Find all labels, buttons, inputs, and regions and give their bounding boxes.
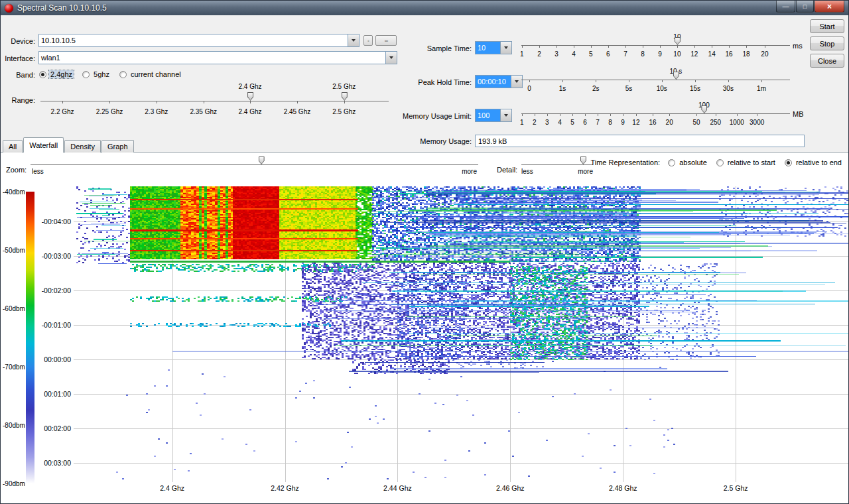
close-window-button[interactable]: × [815,1,844,13]
radio-relative-to-end[interactable]: relative to end [785,158,843,166]
ruler-tick [560,113,560,116]
dots-icon: ▫▫▫ [385,38,387,43]
ruler-tick [539,45,540,48]
ruler-tick-label: 2.2 Ghz [51,108,74,115]
memory-limit-label: Memory Usage Limit: [336,112,472,120]
sample-time-combobox[interactable]: 10 [475,41,512,54]
radio-label: absolute [678,158,708,166]
ruler-tick [677,45,678,48]
zoom-slider[interactable]: less more [31,157,478,179]
ruler-tick [765,45,765,48]
title-bar[interactable]: Spectral Scan 10.10.10.5 — □ × [1,1,848,15]
memory-limit-combobox[interactable]: 100 [475,109,512,122]
ruler-tick-label: 6 [606,50,610,58]
ruler-tick-label: 2.35 Ghz [190,108,217,115]
ruler-tick-label: 3 [555,50,558,58]
ruler-line [521,45,790,46]
maximize-button[interactable]: □ [796,1,814,13]
ruler-tick-label: 1 [520,50,524,58]
range-label: Range: [1,96,35,104]
dbm-axis-label: -90dbm [3,480,25,487]
waterfall-tab-panel: Zoom: less more Detail: less more Time R… [1,152,848,504]
radio-dot-icon [82,71,90,78]
ruler-tick [522,113,523,116]
freq-axis-label: 2.5 Ghz [724,484,748,492]
tab-density[interactable]: Density [64,140,101,153]
ruler-tick-label: 1s [559,85,566,92]
spectral-scan-window: Spectral Scan 10.10.10.5 — □ × Device: 1… [0,0,849,504]
time-axis-label: 00:03:00 [30,459,71,467]
ruler-tick [556,45,557,48]
ruler-tick-label: 50 [692,119,700,126]
slider-handle[interactable] [675,37,681,45]
zoom-label: Zoom: [6,166,27,174]
radio-relative-to-start[interactable]: relative to start [716,158,777,166]
time-axis-label: -00:04:00 [30,218,71,225]
ruler-tick [696,113,697,116]
slider-handle[interactable] [701,105,707,113]
slider-handle[interactable] [580,157,586,164]
zoom-more-label: more [462,168,477,175]
ruler-tick [643,45,643,48]
stop-button[interactable]: Stop [810,36,844,50]
radio-current-channel[interactable]: current channel [119,70,182,78]
range-slider-handle[interactable] [342,92,348,101]
close-button[interactable]: Close [810,54,844,68]
ruler-tick [610,113,611,116]
memory-limit-unit: MB [793,110,804,118]
ruler-tick-label: 30s [723,85,734,92]
slider-handle[interactable] [259,157,265,164]
dbm-axis-label: -40dbm [3,188,25,196]
ruler-tick [669,113,670,116]
memory-limit-value[interactable]: 100 [476,109,500,121]
detail-slider[interactable]: less more [521,157,593,179]
interface-value[interactable]: wlan1 [39,52,385,64]
peak-hold-dropdown-button[interactable] [511,76,522,88]
ruler-tick [596,80,596,82]
ruler-line [40,101,389,101]
peak-hold-ruler[interactable]: 01s2s5s10s15s30s1m10 s [521,68,790,94]
peak-hold-combobox[interactable]: 00:00:10 [475,75,523,88]
tab-waterfall[interactable]: Waterfall [23,137,64,153]
ruler-tick-label: 3000 [750,119,764,126]
window-title: Spectral Scan 10.10.10.5 [17,3,107,13]
ruler-tick-label: 0 [527,85,531,92]
memory-limit-dropdown-button[interactable] [500,109,511,121]
device-combobox[interactable]: 10.10.10.5 [38,34,359,47]
ruler-tick [695,80,696,82]
range-slider-handle[interactable] [247,92,253,101]
peak-hold-value[interactable]: 00:00:10 [476,76,511,88]
app-icon [5,4,13,13]
minimize-button[interactable]: — [776,1,795,13]
sample-time-dropdown-button[interactable] [500,42,511,54]
slider-handle[interactable] [673,72,679,80]
radio-2.4ghz[interactable]: 2.4ghz [39,70,74,78]
ruler-tick [547,113,548,116]
tab-bar: AllWaterfallDensityGraph [1,137,848,153]
ruler-tick-label: 2.3 Ghz [145,108,168,115]
close-icon: × [827,2,832,11]
tab-all[interactable]: All [3,140,23,153]
sample-time-ruler[interactable]: 12345678910121416182010 [521,33,790,60]
sample-time-value[interactable]: 10 [476,42,500,54]
ruler-tick [574,45,574,48]
freq-axis-label: 2.44 Ghz [383,484,412,492]
radio-absolute[interactable]: absolute [668,158,708,166]
ruler-tick-label: 2.45 Ghz [284,108,311,115]
interface-dropdown-button[interactable] [385,52,397,64]
ruler-tick [746,45,747,48]
tab-graph[interactable]: Graph [101,140,134,153]
memory-limit-ruler[interactable]: 1234567891216205025010003000100 [521,101,790,128]
radio-dot-icon [785,159,792,166]
ruler-tick-label: 18 [742,50,750,58]
sample-time-label: Sample Time: [336,44,472,52]
radio-5ghz[interactable]: 5ghz [82,70,111,78]
radio-dot-icon [716,159,724,166]
time-axis-label: 00:02:00 [30,424,71,432]
ruler-tick-label: 2 [533,119,537,126]
interface-combobox[interactable]: wlan1 [38,51,397,64]
chevron-down-icon [504,114,508,117]
radio-label: relative to end [795,158,843,166]
start-button[interactable]: Start [810,19,844,33]
device-value[interactable]: 10.10.10.5 [39,34,348,46]
